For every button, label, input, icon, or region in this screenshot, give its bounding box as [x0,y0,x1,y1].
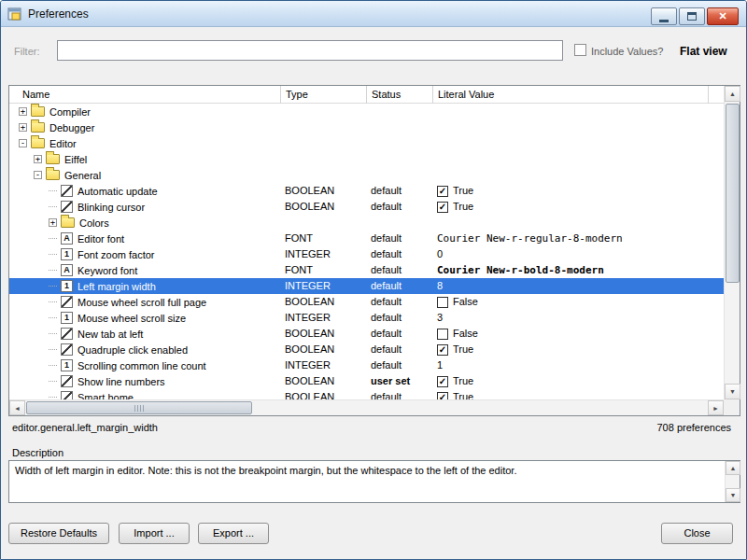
tree-row[interactable]: AEditor fontFONTdefaultCourier New-r-reg… [9,231,724,246]
pref-value: ✓True [432,199,473,215]
pref-type: BOOLEAN [280,342,334,357]
import-button[interactable]: Import ... [119,523,190,544]
value-text: 0 [437,246,443,262]
value-checkbox[interactable]: ✓ [437,376,448,387]
indent-spacer [9,254,49,255]
value-text: 1 [437,357,443,373]
tree-row[interactable]: +Compiler [9,104,724,119]
value-checkbox[interactable] [437,297,448,308]
column-header-name[interactable]: Name [9,86,280,104]
tree-row[interactable]: 1Left margin widthINTEGERdefault8 [9,278,724,294]
tree-row[interactable]: +Colors [9,215,724,231]
expand-icon[interactable]: + [34,155,42,163]
export-button[interactable]: Export ... [198,523,269,544]
scroll-up-button[interactable]: ▲ [725,86,740,102]
pref-value: 8 [432,278,443,294]
tree-row[interactable]: +Eiffel [9,151,724,167]
pref-type [280,104,285,119]
pref-type: INTEGER [280,310,331,326]
int-pref-icon: 1 [61,359,73,371]
pref-status [366,119,371,135]
description-scroll-up-button[interactable]: ▲ [726,461,740,475]
pref-name: General [64,170,101,181]
pref-type: BOOLEAN [280,294,334,310]
horizontal-scrollbar-thumb[interactable] [26,401,252,414]
indent-spacer [9,111,19,112]
include-values-checkbox[interactable] [574,44,586,56]
collapse-icon[interactable]: - [34,171,42,179]
value-text: Courier New-r-regular-8-modern [437,231,623,246]
pref-type: BOOLEAN [280,326,334,342]
indent-spacer [9,206,49,207]
tree-row[interactable]: -Editor [9,135,724,151]
value-checkbox[interactable]: ✓ [437,202,448,213]
bool-pref-icon [61,375,73,387]
scroll-left-button[interactable]: ◄ [9,400,25,415]
vertical-scrollbar[interactable]: ▲ ▼ [724,86,740,399]
folder-icon [31,138,45,148]
tree-row[interactable]: 1Font zoom factorINTEGERdefault0 [9,246,724,262]
tree-row[interactable]: Show line numbersBOOLEANuser set✓True [9,373,724,389]
description-scroll-down-button[interactable]: ▼ [726,488,740,502]
minimize-button[interactable] [651,7,677,25]
pref-status: default [366,310,402,326]
pref-name: Show line numbers [78,376,165,387]
pref-status [366,151,371,167]
tree-connector [49,397,57,398]
pref-status: default [366,262,402,278]
tree-row[interactable]: New tab at leftBOOLEANdefaultFalse [9,326,724,342]
pref-name: Mouse wheel scroll full page [78,297,206,308]
tree-row[interactable]: Mouse wheel scroll full pageBOOLEANdefau… [9,294,724,310]
tree-row[interactable]: 1Scrolling common line countINTEGERdefau… [9,357,724,373]
value-checkbox[interactable] [437,329,448,340]
title-bar[interactable]: Preferences ✕ [1,1,746,27]
tree-connector [49,254,57,255]
description-scrollbar[interactable]: ▲ ▼ [725,461,740,502]
value-checkbox[interactable]: ✓ [437,344,448,356]
expand-icon[interactable]: + [19,107,27,116]
pref-type [280,215,285,231]
expand-icon[interactable]: + [19,123,27,132]
selected-preference-path: editor.general.left_margin_width [12,422,158,436]
pref-type: INTEGER [280,357,331,373]
column-header-type[interactable]: Type [280,86,366,104]
scroll-right-button[interactable]: ► [708,400,724,415]
value-text: Courier New-r-bold-8-modern [437,262,604,278]
expand-icon[interactable]: + [49,218,57,227]
tree-row[interactable]: AKeyword fontFONTdefaultCourier New-r-bo… [9,262,724,278]
pref-type [280,151,285,167]
folder-icon [31,106,45,117]
tree-row[interactable]: 1Mouse wheel scroll sizeINTEGERdefault3 [9,310,724,326]
collapse-icon[interactable]: - [19,139,27,147]
tree-row[interactable]: Automatic updateBOOLEANdefault✓True [9,183,724,199]
pref-type: BOOLEAN [280,199,334,215]
window-title: Preferences [28,7,89,21]
pref-name: Editor [49,138,77,149]
vertical-scrollbar-thumb[interactable] [726,104,740,283]
indent-spacer [9,222,49,223]
horizontal-scrollbar[interactable]: ◄ ► [9,399,724,415]
flat-view-button[interactable]: Flat view [680,45,727,58]
tree-row[interactable]: Quadruple click enabledBOOLEANdefault✓Tr… [9,342,724,357]
pref-value [432,151,437,167]
pref-status: default [366,357,402,373]
restore-defaults-button[interactable]: Restore Defaults [8,523,109,544]
tree-row[interactable]: Blinking cursorBOOLEANdefault✓True [9,199,724,215]
pref-name: Eiffel [64,154,87,165]
value-checkbox[interactable]: ✓ [437,186,448,197]
tree-row[interactable]: +Debugger [9,119,724,135]
value-label: True [453,373,473,389]
column-header-status[interactable]: Status [366,86,432,104]
filter-input[interactable] [57,40,563,61]
tree-row[interactable]: -General [9,167,724,183]
scroll-down-button[interactable]: ▼ [725,384,740,399]
pref-value [432,167,437,183]
pref-name: Compiler [49,106,91,118]
column-header-literal-value[interactable]: Literal Value [432,86,708,104]
tree-body: +Compiler+Debugger-Editor+Eiffel-General… [9,104,724,400]
close-window-button[interactable]: ✕ [707,7,739,25]
maximize-button[interactable] [679,7,705,25]
close-button[interactable]: Close [661,523,733,544]
preferences-tree: Name Type Status Literal Value +Compiler… [8,85,740,416]
pref-status [366,215,371,231]
